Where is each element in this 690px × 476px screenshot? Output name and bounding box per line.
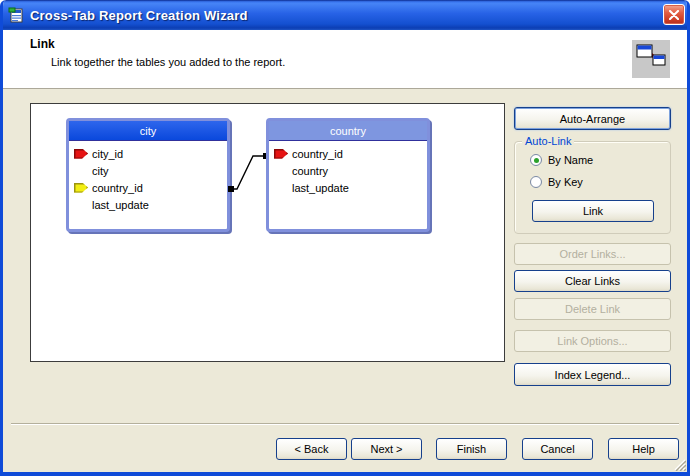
field-row[interactable]: city xyxy=(69,162,227,179)
field-row[interactable]: last_update xyxy=(269,179,427,196)
radio-icon xyxy=(530,154,542,166)
next-button[interactable]: Next > xyxy=(351,438,422,460)
link-diagram-panel[interactable]: city city_id city country_id last_update xyxy=(30,103,505,362)
radio-by-key[interactable]: By Key xyxy=(530,176,583,188)
field-row[interactable]: city_id xyxy=(69,145,227,162)
title-bar[interactable]: Cross-Tab Report Creation Wizard xyxy=(0,0,690,30)
wizard-step-header: Link Link together the tables you added … xyxy=(0,30,690,89)
window-title: Cross-Tab Report Creation Wizard xyxy=(30,8,248,23)
resize-grip[interactable] xyxy=(672,457,686,471)
field-name: last_update xyxy=(292,182,349,194)
radio-by-name-label: By Name xyxy=(548,154,593,166)
index-key-icon xyxy=(74,183,88,193)
step-description: Link together the tables you added to th… xyxy=(51,56,285,68)
close-icon xyxy=(669,10,679,20)
link-button[interactable]: Link xyxy=(532,200,654,222)
field-name: country_id xyxy=(292,148,343,160)
table-city-fields: city_id city country_id last_update xyxy=(69,141,227,213)
table-city-title[interactable]: city xyxy=(69,121,227,141)
help-button[interactable]: Help xyxy=(608,438,679,460)
radio-icon xyxy=(530,176,542,188)
field-name: city xyxy=(92,165,109,177)
report-document-icon xyxy=(8,7,24,23)
link-options-button[interactable]: Link Options... xyxy=(514,330,671,352)
link-tables-icon xyxy=(632,40,670,78)
field-row[interactable]: country_id xyxy=(69,179,227,196)
back-button[interactable]: < Back xyxy=(276,438,347,460)
table-country[interactable]: country country_id country last_update xyxy=(266,118,430,232)
cancel-button[interactable]: Cancel xyxy=(522,438,593,460)
table-country-fields: country_id country last_update xyxy=(269,141,427,196)
field-name: country xyxy=(292,165,328,177)
order-links-button[interactable]: Order Links... xyxy=(514,243,671,265)
field-name: city_id xyxy=(92,148,123,160)
clear-links-button[interactable]: Clear Links xyxy=(514,270,671,292)
field-name: country_id xyxy=(92,182,143,194)
radio-by-key-label: By Key xyxy=(548,176,583,188)
field-row[interactable]: last_update xyxy=(69,196,227,213)
field-row[interactable]: country xyxy=(269,162,427,179)
step-title: Link xyxy=(30,37,55,51)
footer-separator xyxy=(11,423,679,425)
table-country-title[interactable]: country xyxy=(269,121,427,141)
finish-button[interactable]: Finish xyxy=(436,438,507,460)
field-row[interactable]: country_id xyxy=(269,145,427,162)
index-key-icon xyxy=(274,149,288,159)
table-city[interactable]: city city_id city country_id last_update xyxy=(66,118,230,232)
close-button[interactable] xyxy=(663,4,685,25)
radio-by-name[interactable]: By Name xyxy=(530,154,593,166)
auto-arrange-button[interactable]: Auto-Arrange xyxy=(514,107,671,130)
index-legend-button[interactable]: Index Legend... xyxy=(514,363,671,386)
index-key-icon xyxy=(74,149,88,159)
auto-link-group-label: Auto-Link xyxy=(522,135,574,147)
field-name: last_update xyxy=(92,199,149,211)
delete-link-button[interactable]: Delete Link xyxy=(514,298,671,320)
wizard-dialog: Cross-Tab Report Creation Wizard Link Li… xyxy=(0,0,690,476)
